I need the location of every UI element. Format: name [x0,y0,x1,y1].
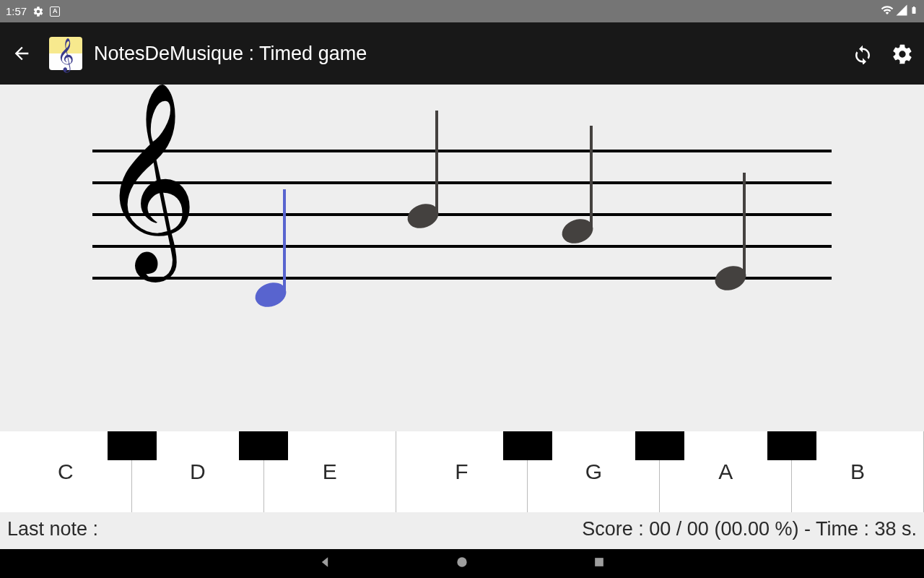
key-label: F [455,460,468,484]
signal-icon [895,4,908,19]
last-note-label: Last note : [7,518,98,540]
battery-icon [910,4,918,19]
piano-keyboard: C D E F G A B [0,431,924,512]
piano-black-key-ds[interactable] [239,431,288,460]
piano-black-key-fs[interactable] [503,431,552,460]
nav-back-icon[interactable] [318,555,332,572]
android-status-bar: 1:57 A [0,0,924,22]
staff-line [92,181,832,184]
score-time-text: Score : 00 / 00 (00.00 %) - Time : 38 s. [582,518,917,540]
piano-black-key-gs[interactable] [635,431,684,460]
staff-line [92,213,832,216]
app-bar: 𝄞 NotesDeMusique : Timed game [0,22,924,85]
keyboard-lang-icon: A [50,7,60,17]
back-arrow-icon[interactable] [12,43,32,64]
app-icon: 𝄞 [49,37,82,70]
gear-icon [32,6,44,17]
nav-recent-icon[interactable] [592,555,606,572]
piano-black-key-cs[interactable] [108,431,157,460]
piano-black-key-as[interactable] [767,431,816,460]
wifi-icon [881,4,894,19]
svg-rect-1 [595,558,603,566]
music-note [255,283,287,306]
key-label: G [585,460,602,484]
key-label: D [190,460,206,484]
status-time: 1:57 [6,5,27,17]
music-staff: 𝄞 [92,150,832,280]
staff-line [92,245,832,248]
key-label: B [850,460,865,484]
settings-gear-icon[interactable] [891,43,912,64]
key-label: E [323,460,337,484]
music-note [562,220,593,243]
staff-line [92,150,832,152]
refresh-icon[interactable] [852,43,873,64]
nav-home-icon[interactable] [455,555,469,572]
key-label: A [718,460,733,484]
svg-point-0 [457,557,466,566]
music-note [715,267,746,290]
android-nav-bar [0,549,924,578]
game-status-row: Last note : Score : 00 / 00 (00.00 %) - … [0,518,924,540]
app-title: NotesDeMusique : Timed game [94,43,834,65]
content-area: 𝄞 C D E F G A B Last note : Score : 00 /… [0,85,924,549]
treble-clef-icon: 𝄞 [100,95,198,262]
key-label: C [58,460,74,484]
music-note [407,204,439,228]
